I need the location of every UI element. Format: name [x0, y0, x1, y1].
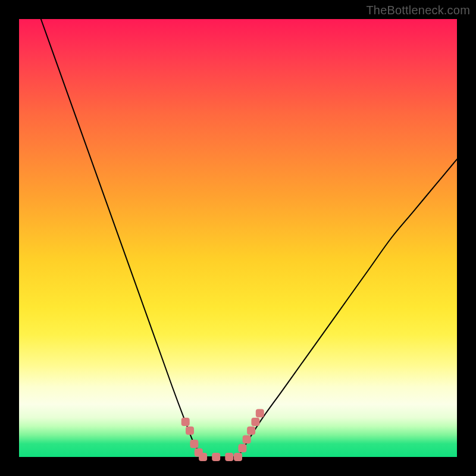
marker-point: [199, 453, 207, 461]
marker-point: [256, 409, 264, 417]
marker-point: [190, 440, 198, 448]
marker-point: [243, 436, 251, 444]
chart-svg: [19, 19, 457, 457]
chart-frame: TheBottleneck.com: [0, 0, 476, 476]
watermark-text: TheBottleneck.com: [366, 4, 470, 17]
marker-point: [181, 418, 190, 426]
marker-point: [238, 444, 246, 452]
marker-point: [186, 427, 194, 435]
marker-point: [247, 427, 255, 435]
marker-point: [212, 453, 220, 461]
curve-left: [41, 19, 203, 457]
marker-point: [234, 453, 242, 461]
curve-right: [238, 159, 457, 457]
plot-area: [19, 19, 457, 457]
marker-point: [225, 453, 233, 461]
marker-point: [251, 418, 259, 426]
